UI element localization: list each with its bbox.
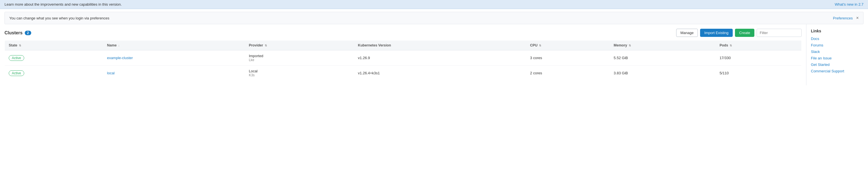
cell-memory-0: 5.52 GiB [610,50,716,66]
cell-state-1: Active [5,66,103,81]
sidebar-link-1[interactable]: Forums [811,43,823,47]
sidebar-links: DocsForumsSlackFile an IssueGet StartedC… [811,37,864,73]
cell-name-1: local [103,66,245,81]
sidebar-link-item-5: Commercial Support [811,69,864,73]
clusters-title: Clusters [4,30,23,35]
create-button[interactable]: Create [735,29,754,37]
preferences-link[interactable]: Preferences [833,16,853,20]
top-banner: Learn more about the improvements and ne… [0,0,868,9]
col-header-k8s-version: Kubernetes Version [354,40,526,50]
sort-icon-state: ⇅ [19,44,21,47]
manage-button[interactable]: Manage [676,29,698,37]
cell-cpu-0: 3 cores [526,50,610,66]
sidebar-title: Links [811,29,864,33]
col-header-pods: Pods ⇅ [716,40,801,50]
sort-icon-cpu: ⇅ [539,44,541,47]
col-header-provider: Provider ⇅ [245,40,354,50]
notice-close-button[interactable]: × [856,16,859,21]
import-existing-button[interactable]: Import Existing [700,29,733,37]
sidebar-link-0[interactable]: Docs [811,37,819,41]
cell-k8s-version-1: v1.26.4+k3s1 [354,66,526,81]
sidebar-link-item-4: Get Started [811,62,864,67]
cell-state-0: Active [5,50,103,66]
cell-pods-0: 17/330 [716,50,801,66]
cell-pods-1: 5/110 [716,66,801,81]
cluster-name-link-1[interactable]: local [107,71,115,75]
main-layout: Clusters 2 Manage Import Existing Create… [0,24,868,85]
col-header-name: Name ↓ [103,40,245,50]
table-row: Active local Local K3s v1.26.4+k3s1 2 co… [5,66,802,81]
col-header-state: State ⇅ [5,40,103,50]
sidebar-link-4[interactable]: Get Started [811,62,830,67]
sort-icon-provider: ⇅ [265,44,267,47]
filter-input[interactable] [756,29,802,37]
sidebar-link-5[interactable]: Commercial Support [811,69,844,73]
clusters-actions: Manage Import Existing Create [676,29,802,37]
status-badge-1: Active [9,70,24,76]
whats-new-link[interactable]: What's new in 2.7 [835,2,864,6]
clusters-header: Clusters 2 Manage Import Existing Create [4,29,802,37]
table-row: Active example-cluster Imported Lke v1.2… [5,50,802,66]
cell-provider-0: Imported Lke [245,50,354,66]
provider-sub-0: Lke [249,58,350,62]
clusters-title-group: Clusters 2 [4,30,31,35]
sidebar-link-3[interactable]: File an Issue [811,56,832,60]
provider-main-0: Imported [249,54,350,58]
sort-icon-name: ↓ [118,44,120,47]
sort-icon-memory: ⇅ [629,44,631,47]
cell-cpu-1: 2 cores [526,66,610,81]
banner-text: Learn more about the improvements and ne… [4,2,122,6]
table-header: State ⇅ Name ↓ Provider ⇅ Kubernetes Ver… [5,40,802,50]
sidebar-link-item-1: Forums [811,43,864,47]
notice-bar: You can change what you see when you log… [4,12,864,24]
sidebar: Links DocsForumsSlackFile an IssueGet St… [806,24,868,85]
cell-memory-1: 3.83 GiB [610,66,716,81]
clusters-table: State ⇅ Name ↓ Provider ⇅ Kubernetes Ver… [4,40,802,81]
provider-main-1: Local [249,69,350,73]
cell-provider-1: Local K3s [245,66,354,81]
sidebar-link-item-3: File an Issue [811,56,864,60]
cell-k8s-version-0: v1.26.9 [354,50,526,66]
sidebar-link-item-2: Slack [811,50,864,54]
sidebar-link-2[interactable]: Slack [811,50,820,54]
cell-name-0: example-cluster [103,50,245,66]
col-header-cpu: CPU ⇅ [526,40,610,50]
notice-text: You can change what you see when you log… [9,16,110,20]
clusters-count-badge: 2 [25,31,31,35]
col-header-memory: Memory ⇅ [610,40,716,50]
sidebar-link-item-0: Docs [811,37,864,41]
clusters-tbody: Active example-cluster Imported Lke v1.2… [5,50,802,81]
provider-sub-1: K3s [249,73,350,77]
cluster-name-link-0[interactable]: example-cluster [107,56,133,60]
content-area: Clusters 2 Manage Import Existing Create… [0,24,806,85]
status-badge-0: Active [9,55,24,61]
sort-icon-pods: ⇅ [730,44,732,47]
